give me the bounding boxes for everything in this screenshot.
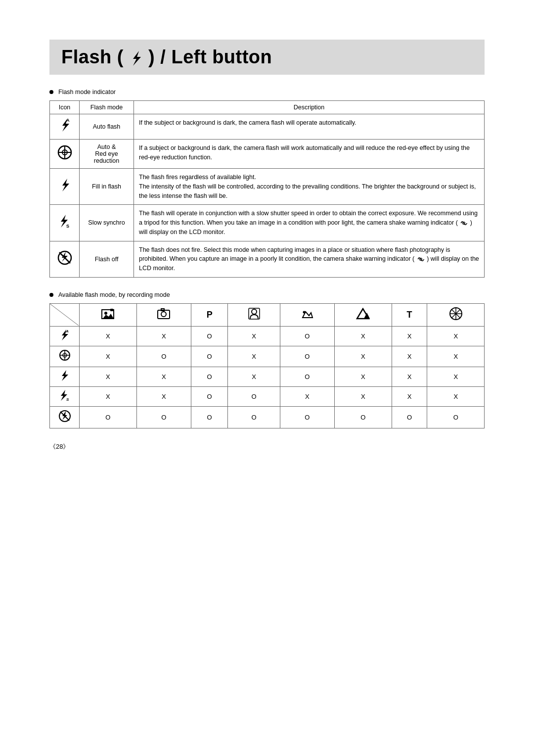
flash-mode-table: Icon Flash mode Description A Auto flash… — [49, 100, 485, 278]
mode-auto-flash: Auto flash — [80, 114, 134, 140]
desc-flash-off: The flash does not fire. Select this mod… — [134, 241, 485, 277]
cell-flashoff-2: O — [136, 406, 191, 428]
col-header-scene — [80, 303, 137, 326]
corner-cell — [50, 303, 80, 326]
mode-fill-flash: Fill in flash — [80, 169, 134, 205]
mode-flash-off: Flash off — [80, 241, 134, 277]
cell-slow-3: O — [191, 386, 227, 406]
col-header-icon: Icon — [50, 101, 80, 114]
cell-redeye-8: X — [427, 346, 485, 367]
page-title: Flash ( ) / Left button — [61, 47, 272, 67]
svg-marker-40 — [62, 370, 68, 381]
row-icon-fill — [50, 367, 80, 386]
svg-text:A: A — [66, 118, 70, 123]
col-header-description: Description — [134, 101, 485, 114]
mountain-icon — [356, 308, 370, 320]
corner-diagonal — [50, 304, 79, 326]
cell-auto-7: X — [392, 326, 427, 346]
cell-auto-6: X — [335, 326, 392, 346]
shake-warning-icon — [459, 219, 468, 227]
table-row: Fill in flash The flash fires regardless… — [50, 169, 485, 205]
cell-fill-1: X — [80, 367, 137, 386]
flash-off-icon — [57, 250, 73, 266]
fill-flash-icon — [59, 178, 70, 192]
svg-marker-28 — [364, 313, 370, 319]
flash-mode-section-label: Flash mode indicator — [49, 89, 485, 95]
avail-row-flashoff: O O O O O O O O — [50, 406, 485, 428]
cell-slow-4: O — [228, 386, 280, 406]
svg-text:A: A — [65, 329, 69, 333]
col-header-mode: Flash mode — [80, 101, 134, 114]
auto-flash-icon: A — [59, 118, 70, 132]
mode-slow-synchro: Slow synchro — [80, 205, 134, 241]
cell-fill-3: O — [191, 367, 227, 386]
cell-flashoff-1: O — [80, 406, 137, 428]
slow-synchro-icon: S — [58, 214, 72, 228]
landscape-icon — [301, 308, 313, 320]
svg-rect-19 — [110, 309, 113, 311]
col-header-p: P — [191, 303, 227, 326]
col-header-t: T — [392, 303, 427, 326]
cell-slow-7: X — [392, 386, 427, 406]
redeye-small-icon — [58, 349, 71, 362]
special-mode-icon — [449, 307, 463, 321]
cell-fill-7: X — [392, 367, 427, 386]
icon-fill-flash — [50, 169, 80, 205]
cell-auto-8: X — [427, 326, 485, 346]
avail-row-fill: X X O X O X X X — [50, 367, 485, 386]
cell-redeye-5: O — [280, 346, 334, 367]
portrait-icon — [248, 308, 260, 320]
cell-fill-6: X — [335, 367, 392, 386]
row-icon-redeye — [50, 346, 80, 367]
cell-redeye-6: X — [335, 346, 392, 367]
cell-redeye-7: X — [392, 346, 427, 367]
svg-point-26 — [303, 311, 306, 314]
auto-flash-small-icon: A — [59, 329, 70, 341]
icon-auto-flash: A — [50, 114, 80, 140]
svg-point-21 — [161, 312, 166, 317]
table-row: Flash off The flash does not fire. Selec… — [50, 241, 485, 277]
fill-flash-small-icon — [59, 370, 70, 381]
cell-slow-5: X — [280, 386, 334, 406]
table-row: A Auto flash If the subject or backgroun… — [50, 114, 485, 140]
mode-red-eye: Auto & Red eye reduction — [80, 140, 134, 169]
cell-slow-1: X — [80, 386, 137, 406]
page-title-box: Flash ( ) / Left button — [49, 40, 485, 75]
scene-icon — [101, 308, 115, 320]
cell-fill-2: X — [136, 367, 191, 386]
cell-fill-8: X — [427, 367, 485, 386]
icon-red-eye — [50, 140, 80, 169]
available-flash-section-label: Available flash mode, by recording mode — [49, 291, 485, 298]
shake-warning-icon2 — [416, 255, 425, 263]
cell-redeye-1: X — [80, 346, 137, 367]
cell-redeye-4: X — [228, 346, 280, 367]
row-icon-auto: A — [50, 326, 80, 346]
cell-slow-6: X — [335, 386, 392, 406]
page-number: 《28》 — [49, 442, 485, 451]
bullet-icon — [49, 90, 53, 94]
cell-redeye-3: O — [191, 346, 227, 367]
red-eye-icon — [57, 144, 73, 160]
icon-slow-synchro: S — [50, 205, 80, 241]
svg-text:S: S — [66, 224, 69, 228]
flash-off-small-icon — [58, 409, 72, 423]
col-header-portrait — [228, 303, 280, 326]
cell-flashoff-5: O — [280, 406, 334, 428]
col-header-program — [136, 303, 191, 326]
desc-red-eye: If a subject or background is dark, the … — [134, 140, 485, 169]
slow-synchro-small-icon: S — [58, 389, 71, 401]
cell-flashoff-8: O — [427, 406, 485, 428]
avail-row-redeye: X O O X O X X X — [50, 346, 485, 367]
cell-flashoff-4: O — [228, 406, 280, 428]
cell-redeye-2: O — [136, 346, 191, 367]
cell-auto-5: O — [280, 326, 334, 346]
col-header-mountain — [335, 303, 392, 326]
svg-point-17 — [104, 312, 107, 315]
cell-fill-4: X — [228, 367, 280, 386]
row-icon-slow: S — [50, 386, 80, 406]
table-row: S Slow synchro The flash will operate in… — [50, 205, 485, 241]
avail-row-slow: S X X O O X X X X — [50, 386, 485, 406]
svg-marker-0 — [133, 51, 141, 66]
desc-auto-flash: If the subject or background is dark, th… — [134, 114, 485, 140]
col-header-special — [427, 303, 485, 326]
